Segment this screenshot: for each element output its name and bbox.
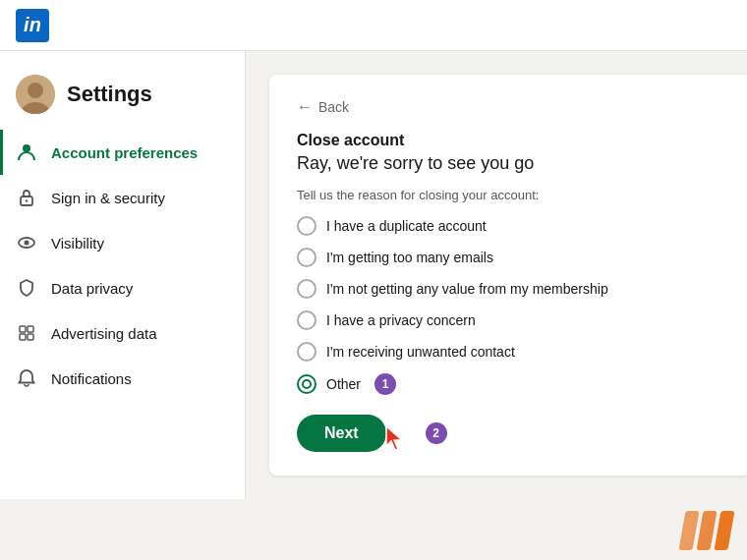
option-emails-label: I'm getting too many emails (326, 250, 493, 265)
sidebar-label-notifications: Notifications (51, 370, 132, 387)
card-title: Close account (297, 132, 723, 149)
card-subtitle: Ray, we're sorry to see you go (297, 153, 723, 174)
eye-icon (16, 232, 37, 253)
svg-point-1 (28, 83, 43, 98)
options-list: I have a duplicate account I'm getting t… (297, 216, 723, 395)
svg-rect-10 (20, 334, 26, 340)
svg-point-3 (23, 144, 30, 152)
option-duplicate-label: I have a duplicate account (326, 218, 487, 234)
option-unwanted[interactable]: I'm receiving unwanted contact (297, 342, 723, 362)
avatar (16, 75, 55, 114)
option-privacy[interactable]: I have a privacy concern (297, 310, 723, 330)
option-other[interactable]: Other 1 (297, 373, 723, 395)
grid-icon (16, 322, 37, 344)
option-emails[interactable]: I'm getting too many emails (297, 248, 723, 267)
lock-icon (16, 187, 37, 208)
option-privacy-label: I have a privacy concern (326, 312, 476, 328)
option-no-value-label: I'm not getting any value from my member… (326, 281, 608, 297)
linkedin-logo: in (16, 9, 49, 42)
next-badge: 2 (426, 422, 447, 444)
svg-point-7 (25, 241, 29, 246)
option-no-value[interactable]: I'm not getting any value from my member… (297, 279, 723, 299)
shield-icon (16, 277, 37, 299)
next-row: Next 2 (297, 415, 723, 452)
sidebar-label-advertising-data: Advertising data (51, 325, 157, 342)
footer-decoration (682, 511, 731, 550)
main-area: Settings Account preferences (0, 51, 747, 499)
other-badge: 1 (374, 373, 396, 395)
sidebar-item-data-privacy[interactable]: Data privacy (0, 265, 245, 310)
deco-stripe-3 (714, 511, 734, 550)
back-link[interactable]: ← Back (297, 98, 723, 116)
radio-duplicate[interactable] (297, 216, 316, 236)
sidebar-item-advertising-data[interactable]: Advertising data (0, 310, 245, 356)
person-icon (16, 141, 37, 163)
sidebar-item-sign-in-security[interactable]: Sign in & security (0, 175, 245, 220)
radio-privacy[interactable] (297, 310, 316, 330)
sidebar: Settings Account preferences (0, 51, 246, 499)
sidebar-nav: Account preferences Sign in & security (0, 130, 245, 401)
content-area: ← Back Close account Ray, we're sorry to… (246, 51, 747, 499)
bell-icon (16, 367, 37, 389)
option-other-label: Other (326, 376, 361, 392)
sidebar-label-visibility: Visibility (51, 235, 104, 252)
radio-unwanted[interactable] (297, 342, 316, 362)
settings-title: Settings (67, 82, 152, 107)
close-account-card: ← Back Close account Ray, we're sorry to… (269, 75, 747, 476)
settings-header: Settings (0, 67, 245, 130)
svg-rect-9 (28, 326, 33, 332)
top-bar: in (0, 0, 747, 51)
svg-rect-11 (28, 334, 33, 340)
svg-rect-8 (20, 326, 26, 332)
sidebar-label-data-privacy: Data privacy (51, 280, 133, 297)
back-label: Back (318, 99, 349, 115)
sidebar-item-visibility[interactable]: Visibility (0, 220, 245, 265)
sidebar-label-account-preferences: Account preferences (51, 144, 198, 161)
next-button[interactable]: Next (297, 415, 386, 452)
option-duplicate[interactable]: I have a duplicate account (297, 216, 723, 236)
reason-label: Tell us the reason for closing your acco… (297, 188, 723, 202)
radio-other[interactable] (297, 374, 316, 394)
sidebar-item-account-preferences[interactable]: Account preferences (0, 130, 245, 175)
radio-no-value[interactable] (297, 279, 316, 299)
sidebar-label-sign-in-security: Sign in & security (51, 190, 165, 206)
svg-marker-12 (386, 426, 402, 450)
option-unwanted-label: I'm receiving unwanted contact (326, 344, 515, 360)
svg-point-5 (26, 199, 28, 201)
back-arrow-icon: ← (297, 98, 313, 116)
sidebar-item-notifications[interactable]: Notifications (0, 356, 245, 401)
radio-emails[interactable] (297, 248, 316, 267)
cursor-icon (382, 424, 410, 454)
